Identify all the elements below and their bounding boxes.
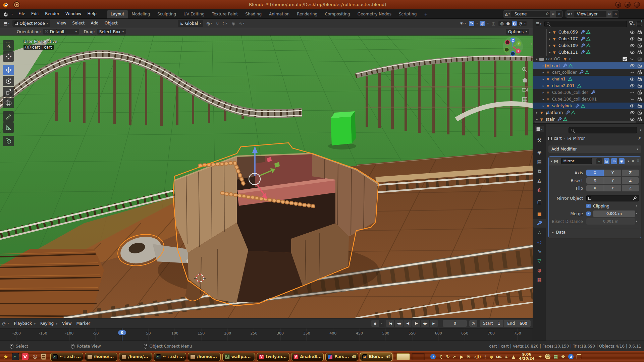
breadcrumb-object[interactable]: cart xyxy=(554,136,562,141)
timeline-menu-view[interactable]: View xyxy=(60,321,74,326)
blender-menu-icon[interactable] xyxy=(3,11,9,17)
timeline-menu-playback[interactable]: Playback ▾ xyxy=(12,321,38,326)
animate-dot-icon[interactable]: • xyxy=(635,219,639,224)
viewport-display-toggle-icon[interactable]: ▭ xyxy=(611,158,617,164)
eyedropper-icon[interactable] xyxy=(633,196,637,200)
tab-layout[interactable]: Layout xyxy=(107,10,128,18)
timeline-editor-icon[interactable]: ◷ xyxy=(2,321,5,326)
expand-icon[interactable]: ▸ xyxy=(548,44,552,47)
pin-icon[interactable]: ⚲ xyxy=(637,136,643,141)
camera-icon[interactable] xyxy=(637,50,642,55)
expand-icon[interactable]: ▸ xyxy=(541,84,545,87)
data-icon[interactable]: ▽ xyxy=(533,256,546,265)
remove-icon[interactable]: × xyxy=(612,12,619,16)
bluetooth-icon[interactable]: ᛒ xyxy=(484,351,487,362)
clock[interactable]: 9:064/20/24 xyxy=(519,353,534,361)
hidden-eye-icon[interactable] xyxy=(630,90,635,95)
play-circle-icon[interactable]: ▶ xyxy=(460,351,464,362)
add-workspace-button[interactable]: + xyxy=(420,10,431,18)
expand-icon[interactable]: ▸ xyxy=(541,71,545,74)
object-name[interactable]: Cube.106_collider xyxy=(552,90,588,95)
camera-icon[interactable] xyxy=(637,104,642,108)
bisect-y-button[interactable]: Y xyxy=(604,177,622,184)
eject-icon[interactable]: ▲ xyxy=(512,351,515,362)
gizmo-center-handle[interactable] xyxy=(249,173,260,185)
eye-icon[interactable] xyxy=(630,37,635,41)
expand-icon[interactable]: ▸ xyxy=(548,37,552,41)
menu-file[interactable]: File xyxy=(15,9,28,18)
object-name[interactable]: platform xyxy=(546,110,563,115)
camera-icon[interactable] xyxy=(637,117,642,122)
add-modifier-dropdown[interactable]: Add Modifier▾ xyxy=(548,145,641,153)
viewlayer-icon[interactable]: ⧉▾ xyxy=(566,11,574,17)
cut-icon[interactable]: ✂ xyxy=(453,351,457,362)
tab-rendering[interactable]: Rendering xyxy=(293,10,321,18)
edit-mode-toggle-icon[interactable]: ▽ xyxy=(596,158,602,164)
orientation-dropdown[interactable]: ⊾ Global ▾ xyxy=(178,20,203,27)
cursor-tool[interactable] xyxy=(3,51,14,62)
playback-button-2[interactable]: ◀ xyxy=(404,320,412,327)
outliner-row-cart_collider[interactable]: ▸▼cart_collider xyxy=(533,69,644,76)
proportional-edit-icon[interactable]: ◉ xyxy=(230,21,236,26)
playback-button-0[interactable]: |◀ xyxy=(386,320,394,327)
expand-icon[interactable]: ▸ xyxy=(535,111,539,114)
calculator-icon[interactable]: ▦ xyxy=(553,351,558,362)
add-cube-tool[interactable] xyxy=(3,136,14,146)
annotate-tool[interactable] xyxy=(3,111,14,122)
keyboard-layout-indicator[interactable]: us xyxy=(496,351,502,362)
flip-y-button[interactable]: Y xyxy=(604,185,622,191)
workspace-1[interactable] xyxy=(396,353,410,360)
object-name[interactable]: Cube.059 xyxy=(558,30,578,35)
visibility-dropdown-icon[interactable]: 👁▾ xyxy=(459,21,467,26)
end-frame-field[interactable]: End600 xyxy=(504,320,531,327)
properties-search-input[interactable] xyxy=(575,128,635,132)
timeline-menu-keying[interactable]: Keying ▾ xyxy=(38,321,60,326)
merge-threshold-field[interactable]: 0.001 m xyxy=(593,210,635,217)
expand-icon[interactable]: ▸ xyxy=(541,91,545,94)
taskbar-window-twilyin[interactable]: Vtwily.in... xyxy=(257,353,289,361)
wifi-icon[interactable]: ≋ xyxy=(505,351,509,362)
outliner-scrollbar[interactable] xyxy=(534,121,636,123)
outliner-search[interactable] xyxy=(544,21,627,27)
menu-star-icon[interactable]: ★ xyxy=(2,353,9,360)
speaker-icon[interactable]: ◁)) xyxy=(474,351,481,362)
scene-icon[interactable]: ◭▾ xyxy=(503,11,512,17)
playback-button-1[interactable]: ◀◆ xyxy=(395,320,403,327)
outliner-search-input[interactable] xyxy=(551,22,625,26)
eye-icon[interactable] xyxy=(630,50,635,55)
outliner-editor-icon[interactable]: ☰▾ xyxy=(535,21,542,26)
tab-modeling[interactable]: Modeling xyxy=(128,10,154,18)
object-name[interactable]: Cube.107 xyxy=(558,37,578,41)
show-overlays-icon[interactable]: ◎ xyxy=(480,21,485,26)
close-button[interactable]: ✕ xyxy=(634,2,640,8)
tab-animation[interactable]: Animation xyxy=(265,10,293,18)
eye-icon[interactable] xyxy=(630,30,635,35)
lamp-icon[interactable]: ☀ xyxy=(467,351,471,362)
camera-icon[interactable] xyxy=(637,77,642,81)
rotate-tool[interactable] xyxy=(3,76,14,86)
tab-shading[interactable]: Shading xyxy=(241,10,265,18)
modifiers-icon[interactable] xyxy=(533,219,546,228)
expand-icon[interactable]: ▸ xyxy=(541,104,545,108)
particles-icon[interactable]: ∴ xyxy=(533,228,546,237)
camera-icon[interactable] xyxy=(637,97,642,102)
render-display-toggle-icon[interactable]: ◉ xyxy=(619,158,625,164)
taskbar-window-Pars[interactable]: Pars...◀))) xyxy=(325,353,358,361)
maximize-button[interactable]: ▣ xyxy=(625,2,631,8)
media-launcher-icon[interactable]: ✇ xyxy=(31,353,39,360)
taskbar-window-home[interactable]: /home/... xyxy=(85,353,118,361)
menu-help[interactable]: Help xyxy=(84,9,99,18)
pan-hand-icon[interactable] xyxy=(522,76,528,83)
scene-selector[interactable]: ◭▾ Scene ⚲ ⧉ × xyxy=(503,10,563,18)
camera-icon[interactable] xyxy=(637,110,642,115)
solid-shading-icon[interactable]: ● xyxy=(506,21,511,26)
expand-icon[interactable]: ▸ xyxy=(535,57,539,61)
zoom-icon[interactable] xyxy=(522,66,528,73)
music-icon[interactable]: ♫ xyxy=(439,351,443,362)
outliner-row-Cube.059[interactable]: ▸▼Cube.059 xyxy=(533,29,644,36)
rendered-shading-icon[interactable]: ◔ xyxy=(518,21,523,26)
timeline-ruler[interactable]: 0 -200-150-100-5050100150200250300350400… xyxy=(0,328,533,341)
object-name[interactable]: cartOG xyxy=(546,57,560,61)
hidden-eye-icon[interactable] xyxy=(630,57,635,61)
camera-icon[interactable] xyxy=(637,83,642,88)
